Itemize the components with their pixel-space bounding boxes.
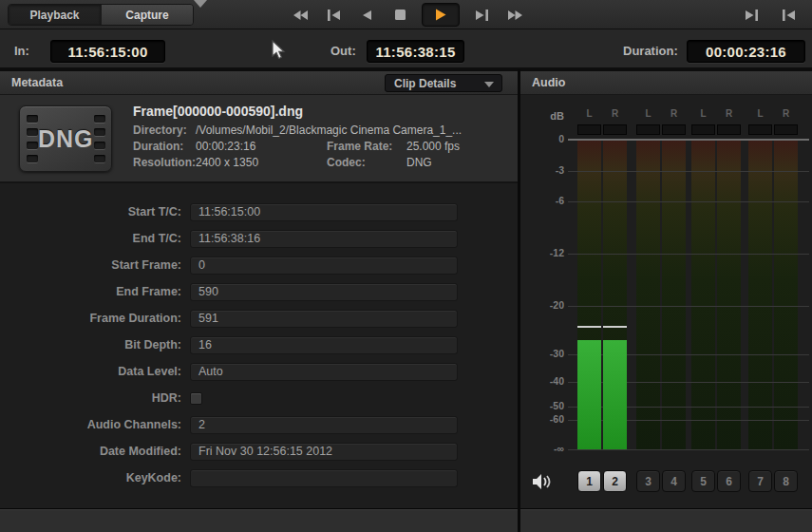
channel-label: R xyxy=(603,108,627,119)
frame-rate-label: Frame Rate: xyxy=(327,140,406,153)
meter-track xyxy=(662,140,686,449)
db-tick: -6 xyxy=(520,195,564,206)
peak-indicator-box xyxy=(577,124,601,135)
tab-playback[interactable]: Playback xyxy=(9,5,101,25)
step-back-button[interactable] xyxy=(355,3,378,27)
fast-forward-icon xyxy=(507,10,523,21)
resolution-value: 2400 x 1350 xyxy=(196,156,327,169)
timecode-bar: In: 11:56:15:00 Out: 11:56:38:15 Duratio… xyxy=(0,29,812,69)
bit-depth-field[interactable]: 16 xyxy=(190,336,458,354)
skip-to-end-icon xyxy=(746,10,758,21)
db-tick: -30 xyxy=(520,348,564,359)
clip-text: Frame[000000-000590].dng Directory: /Vol… xyxy=(133,104,511,169)
gridline xyxy=(568,254,809,255)
filmstrip-holes-right xyxy=(94,115,105,162)
goto-out-button[interactable] xyxy=(740,3,763,27)
top-toolbar: Playback Capture xyxy=(0,0,812,29)
keykode-field[interactable] xyxy=(190,469,458,487)
speaker-icon[interactable] xyxy=(532,473,553,490)
audio-panel: Audio dB 0 -3 -6 -12 -20 -30 -40 -50 -60… xyxy=(520,71,812,509)
directory-label: Directory: xyxy=(133,124,196,137)
channel-button-7[interactable]: 7 xyxy=(748,470,772,492)
metadata-form: Start T/C: 11:56:15:00 End T/C: 11:56:38… xyxy=(0,185,518,491)
data-level-field[interactable]: Auto xyxy=(190,363,458,381)
form-row-frame-duration: Frame Duration: 591 xyxy=(0,305,518,332)
meter-track xyxy=(717,140,741,449)
form-row-start-frame: Start Frame: 0 xyxy=(0,252,518,278)
db-tick: -60 xyxy=(520,413,564,425)
channel-label: L xyxy=(691,108,715,119)
level-fill-ch1 xyxy=(577,340,601,449)
transport-controls xyxy=(289,3,526,27)
end-frame-field[interactable]: 590 xyxy=(190,283,458,301)
bottom-strip-left xyxy=(0,508,518,532)
field-label: HDR: xyxy=(0,391,190,405)
fast-forward-button[interactable] xyxy=(503,3,526,27)
frame-duration-field[interactable]: 591 xyxy=(190,310,458,328)
audio-channels-field[interactable]: 2 xyxy=(190,416,458,434)
peak-hold-ch2 xyxy=(603,326,627,328)
out-timecode-field[interactable]: 11:56:38:15 xyxy=(367,40,464,63)
peak-indicator-box xyxy=(717,124,741,135)
bottom-strip-right xyxy=(520,508,812,532)
level-fill-ch2 xyxy=(603,340,627,449)
peak-indicator-box xyxy=(748,124,772,135)
skip-to-end-button[interactable] xyxy=(470,3,493,27)
field-label: Date Modified: xyxy=(0,445,190,458)
audio-meters-area: dB 0 -3 -6 -12 -20 -30 -40 -50 -60 -∞ L … xyxy=(520,95,812,509)
resolution-label: Resolution: xyxy=(133,156,196,169)
start-frame-field[interactable]: 0 xyxy=(190,256,458,275)
frame-rate-value: 25.000 fps xyxy=(406,140,511,153)
mouse-cursor xyxy=(271,40,287,61)
field-label: Start Frame: xyxy=(0,258,190,272)
channel-button-5[interactable]: 5 xyxy=(691,470,715,492)
channel-button-8[interactable]: 8 xyxy=(774,470,798,492)
duration-timecode-field[interactable]: 00:00:23:16 xyxy=(687,40,805,63)
metadata-title: Metadata xyxy=(0,76,63,89)
db-tick: -40 xyxy=(520,375,564,387)
skip-to-start-button[interactable] xyxy=(322,3,345,27)
goto-in-button[interactable] xyxy=(777,3,800,27)
tab-capture[interactable]: Capture xyxy=(101,5,193,25)
panel-divider xyxy=(518,69,520,532)
in-label: In: xyxy=(14,44,29,58)
channel-button-1[interactable]: 1 xyxy=(577,470,601,492)
popup-arrow-icon xyxy=(194,0,207,8)
filmstrip-holes-left xyxy=(27,115,38,162)
skip-to-start-icon xyxy=(328,10,340,21)
channel-button-4[interactable]: 4 xyxy=(662,470,686,492)
hdr-checkbox[interactable] xyxy=(190,392,202,405)
duration-value: 00:00:23:16 xyxy=(196,140,327,153)
in-timecode-field[interactable]: 11:56:15:00 xyxy=(50,40,165,63)
out-label: Out: xyxy=(330,44,356,58)
peak-indicator-box xyxy=(691,124,715,135)
form-row-end-frame: End Frame: 590 xyxy=(0,278,518,305)
stop-button[interactable] xyxy=(388,3,411,27)
form-row-end-tc: End T/C: 11:56:38:16 xyxy=(0,225,518,252)
clip-details-dropdown[interactable]: Clip Details xyxy=(385,74,502,92)
form-row-bit-depth: Bit Depth: 16 xyxy=(0,332,518,358)
meter-track xyxy=(774,140,798,449)
db-tick: -12 xyxy=(520,247,564,258)
end-tc-field[interactable]: 11:56:38:16 xyxy=(190,230,458,248)
channel-button-2[interactable]: 2 xyxy=(603,470,627,492)
field-label: Start T/C: xyxy=(0,205,190,218)
start-tc-field[interactable]: 11:56:15:00 xyxy=(190,203,458,221)
gridline xyxy=(568,306,809,307)
rewind-button[interactable] xyxy=(289,3,312,27)
codec-label: Codec: xyxy=(327,156,406,169)
channel-button-3[interactable]: 3 xyxy=(636,470,660,492)
field-label: End T/C: xyxy=(0,232,190,245)
meter-track xyxy=(748,140,772,449)
form-row-audio-channels: Audio Channels: 2 xyxy=(0,411,518,438)
skip-to-start-icon xyxy=(783,10,795,21)
clip-info-block: DNG Frame[000000-000590].dng Directory: … xyxy=(0,95,518,183)
directory-value: /Volumes/Mobil_2/Blackmagic Cinema Camer… xyxy=(196,124,511,137)
gridline xyxy=(568,201,809,202)
date-modified-field[interactable]: Fri Nov 30 12:56:15 2012 xyxy=(190,443,458,461)
channel-button-6[interactable]: 6 xyxy=(717,470,741,492)
db-unit-label: dB xyxy=(520,110,564,122)
form-row-hdr: HDR: xyxy=(0,385,518,411)
play-button[interactable] xyxy=(422,3,460,27)
mode-tabs: Playback Capture xyxy=(8,4,194,26)
